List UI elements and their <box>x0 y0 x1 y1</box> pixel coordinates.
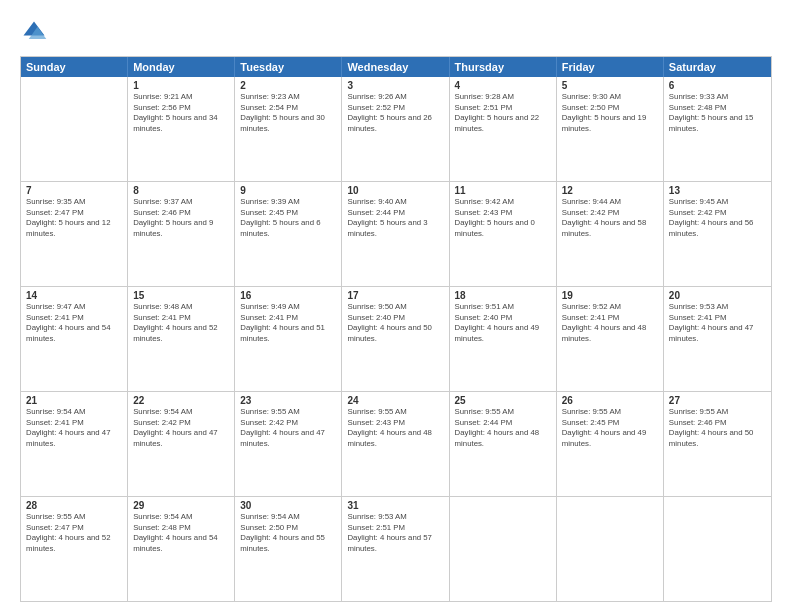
cell-info: Sunrise: 9:55 AM Sunset: 2:43 PM Dayligh… <box>347 407 443 449</box>
day-number: 15 <box>133 290 229 301</box>
calendar-cell: 8Sunrise: 9:37 AM Sunset: 2:46 PM Daylig… <box>128 182 235 286</box>
cell-info: Sunrise: 9:40 AM Sunset: 2:44 PM Dayligh… <box>347 197 443 239</box>
calendar-cell: 29Sunrise: 9:54 AM Sunset: 2:48 PM Dayli… <box>128 497 235 601</box>
calendar-cell: 19Sunrise: 9:52 AM Sunset: 2:41 PM Dayli… <box>557 287 664 391</box>
cell-info: Sunrise: 9:37 AM Sunset: 2:46 PM Dayligh… <box>133 197 229 239</box>
calendar-cell: 6Sunrise: 9:33 AM Sunset: 2:48 PM Daylig… <box>664 77 771 181</box>
calendar-cell: 10Sunrise: 9:40 AM Sunset: 2:44 PM Dayli… <box>342 182 449 286</box>
header-day-saturday: Saturday <box>664 57 771 77</box>
cell-info: Sunrise: 9:21 AM Sunset: 2:56 PM Dayligh… <box>133 92 229 134</box>
calendar-cell: 1Sunrise: 9:21 AM Sunset: 2:56 PM Daylig… <box>128 77 235 181</box>
cell-info: Sunrise: 9:45 AM Sunset: 2:42 PM Dayligh… <box>669 197 766 239</box>
header <box>20 18 772 46</box>
day-number: 17 <box>347 290 443 301</box>
day-number: 13 <box>669 185 766 196</box>
header-day-sunday: Sunday <box>21 57 128 77</box>
calendar-cell <box>557 497 664 601</box>
cell-info: Sunrise: 9:47 AM Sunset: 2:41 PM Dayligh… <box>26 302 122 344</box>
cell-info: Sunrise: 9:54 AM Sunset: 2:50 PM Dayligh… <box>240 512 336 554</box>
cell-info: Sunrise: 9:54 AM Sunset: 2:41 PM Dayligh… <box>26 407 122 449</box>
day-number: 26 <box>562 395 658 406</box>
calendar-cell: 14Sunrise: 9:47 AM Sunset: 2:41 PM Dayli… <box>21 287 128 391</box>
day-number: 10 <box>347 185 443 196</box>
day-number: 28 <box>26 500 122 511</box>
day-number: 21 <box>26 395 122 406</box>
calendar-cell <box>21 77 128 181</box>
calendar-cell: 20Sunrise: 9:53 AM Sunset: 2:41 PM Dayli… <box>664 287 771 391</box>
calendar-row-0: 1Sunrise: 9:21 AM Sunset: 2:56 PM Daylig… <box>21 77 771 181</box>
calendar-cell: 30Sunrise: 9:54 AM Sunset: 2:50 PM Dayli… <box>235 497 342 601</box>
day-number: 31 <box>347 500 443 511</box>
calendar-cell: 22Sunrise: 9:54 AM Sunset: 2:42 PM Dayli… <box>128 392 235 496</box>
calendar-row-2: 14Sunrise: 9:47 AM Sunset: 2:41 PM Dayli… <box>21 286 771 391</box>
day-number: 7 <box>26 185 122 196</box>
cell-info: Sunrise: 9:49 AM Sunset: 2:41 PM Dayligh… <box>240 302 336 344</box>
cell-info: Sunrise: 9:54 AM Sunset: 2:42 PM Dayligh… <box>133 407 229 449</box>
day-number: 9 <box>240 185 336 196</box>
calendar-cell: 5Sunrise: 9:30 AM Sunset: 2:50 PM Daylig… <box>557 77 664 181</box>
calendar-cell: 7Sunrise: 9:35 AM Sunset: 2:47 PM Daylig… <box>21 182 128 286</box>
calendar-cell: 21Sunrise: 9:54 AM Sunset: 2:41 PM Dayli… <box>21 392 128 496</box>
day-number: 12 <box>562 185 658 196</box>
calendar-cell: 25Sunrise: 9:55 AM Sunset: 2:44 PM Dayli… <box>450 392 557 496</box>
logo-icon <box>20 18 48 46</box>
calendar-cell <box>664 497 771 601</box>
day-number: 4 <box>455 80 551 91</box>
calendar-row-1: 7Sunrise: 9:35 AM Sunset: 2:47 PM Daylig… <box>21 181 771 286</box>
cell-info: Sunrise: 9:23 AM Sunset: 2:54 PM Dayligh… <box>240 92 336 134</box>
day-number: 6 <box>669 80 766 91</box>
cell-info: Sunrise: 9:51 AM Sunset: 2:40 PM Dayligh… <box>455 302 551 344</box>
calendar-cell: 4Sunrise: 9:28 AM Sunset: 2:51 PM Daylig… <box>450 77 557 181</box>
calendar-cell: 2Sunrise: 9:23 AM Sunset: 2:54 PM Daylig… <box>235 77 342 181</box>
calendar-cell: 11Sunrise: 9:42 AM Sunset: 2:43 PM Dayli… <box>450 182 557 286</box>
cell-info: Sunrise: 9:42 AM Sunset: 2:43 PM Dayligh… <box>455 197 551 239</box>
cell-info: Sunrise: 9:33 AM Sunset: 2:48 PM Dayligh… <box>669 92 766 134</box>
day-number: 22 <box>133 395 229 406</box>
calendar-cell: 27Sunrise: 9:55 AM Sunset: 2:46 PM Dayli… <box>664 392 771 496</box>
calendar-cell: 3Sunrise: 9:26 AM Sunset: 2:52 PM Daylig… <box>342 77 449 181</box>
day-number: 27 <box>669 395 766 406</box>
cell-info: Sunrise: 9:52 AM Sunset: 2:41 PM Dayligh… <box>562 302 658 344</box>
cell-info: Sunrise: 9:30 AM Sunset: 2:50 PM Dayligh… <box>562 92 658 134</box>
calendar-header: SundayMondayTuesdayWednesdayThursdayFrid… <box>21 57 771 77</box>
calendar-cell: 24Sunrise: 9:55 AM Sunset: 2:43 PM Dayli… <box>342 392 449 496</box>
calendar-cell: 16Sunrise: 9:49 AM Sunset: 2:41 PM Dayli… <box>235 287 342 391</box>
cell-info: Sunrise: 9:35 AM Sunset: 2:47 PM Dayligh… <box>26 197 122 239</box>
day-number: 14 <box>26 290 122 301</box>
header-day-monday: Monday <box>128 57 235 77</box>
header-day-friday: Friday <box>557 57 664 77</box>
day-number: 1 <box>133 80 229 91</box>
calendar-cell: 18Sunrise: 9:51 AM Sunset: 2:40 PM Dayli… <box>450 287 557 391</box>
page: SundayMondayTuesdayWednesdayThursdayFrid… <box>0 0 792 612</box>
cell-info: Sunrise: 9:55 AM Sunset: 2:42 PM Dayligh… <box>240 407 336 449</box>
cell-info: Sunrise: 9:53 AM Sunset: 2:41 PM Dayligh… <box>669 302 766 344</box>
calendar-cell: 26Sunrise: 9:55 AM Sunset: 2:45 PM Dayli… <box>557 392 664 496</box>
calendar-row-3: 21Sunrise: 9:54 AM Sunset: 2:41 PM Dayli… <box>21 391 771 496</box>
day-number: 8 <box>133 185 229 196</box>
calendar-cell: 23Sunrise: 9:55 AM Sunset: 2:42 PM Dayli… <box>235 392 342 496</box>
cell-info: Sunrise: 9:55 AM Sunset: 2:47 PM Dayligh… <box>26 512 122 554</box>
calendar-body: 1Sunrise: 9:21 AM Sunset: 2:56 PM Daylig… <box>21 77 771 601</box>
cell-info: Sunrise: 9:55 AM Sunset: 2:46 PM Dayligh… <box>669 407 766 449</box>
day-number: 23 <box>240 395 336 406</box>
day-number: 25 <box>455 395 551 406</box>
header-day-wednesday: Wednesday <box>342 57 449 77</box>
cell-info: Sunrise: 9:48 AM Sunset: 2:41 PM Dayligh… <box>133 302 229 344</box>
day-number: 24 <box>347 395 443 406</box>
day-number: 20 <box>669 290 766 301</box>
cell-info: Sunrise: 9:44 AM Sunset: 2:42 PM Dayligh… <box>562 197 658 239</box>
calendar-cell: 28Sunrise: 9:55 AM Sunset: 2:47 PM Dayli… <box>21 497 128 601</box>
day-number: 5 <box>562 80 658 91</box>
cell-info: Sunrise: 9:26 AM Sunset: 2:52 PM Dayligh… <box>347 92 443 134</box>
calendar-cell: 9Sunrise: 9:39 AM Sunset: 2:45 PM Daylig… <box>235 182 342 286</box>
day-number: 19 <box>562 290 658 301</box>
header-day-thursday: Thursday <box>450 57 557 77</box>
calendar-cell: 12Sunrise: 9:44 AM Sunset: 2:42 PM Dayli… <box>557 182 664 286</box>
cell-info: Sunrise: 9:53 AM Sunset: 2:51 PM Dayligh… <box>347 512 443 554</box>
calendar-cell: 17Sunrise: 9:50 AM Sunset: 2:40 PM Dayli… <box>342 287 449 391</box>
cell-info: Sunrise: 9:50 AM Sunset: 2:40 PM Dayligh… <box>347 302 443 344</box>
calendar-cell <box>450 497 557 601</box>
calendar-cell: 13Sunrise: 9:45 AM Sunset: 2:42 PM Dayli… <box>664 182 771 286</box>
day-number: 29 <box>133 500 229 511</box>
day-number: 18 <box>455 290 551 301</box>
